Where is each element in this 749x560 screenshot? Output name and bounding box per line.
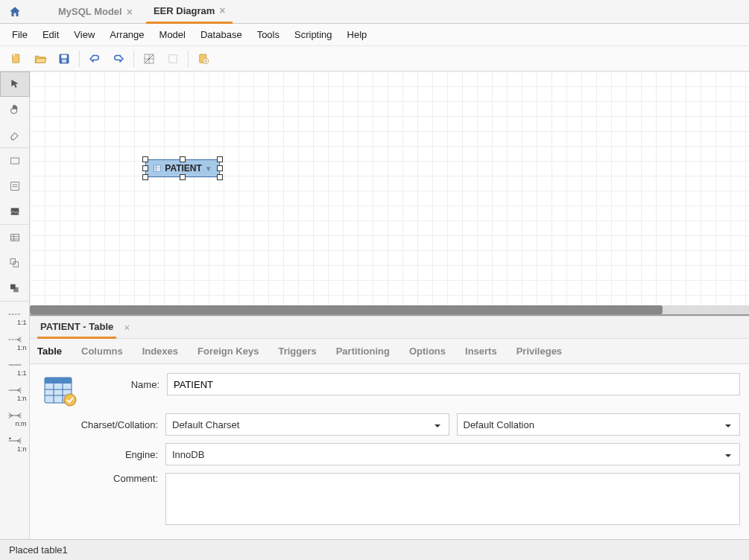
pointer-tool[interactable]: [0, 71, 30, 97]
comment-input[interactable]: [165, 473, 740, 525]
svg-rect-13: [10, 259, 16, 264]
resize-handle[interactable]: [142, 156, 148, 162]
svg-rect-20: [45, 378, 72, 384]
resize-handle[interactable]: [217, 156, 223, 162]
tab-options[interactable]: Options: [409, 346, 446, 357]
tab-privileges[interactable]: Privileges: [516, 346, 562, 357]
open-file-button[interactable]: [28, 48, 52, 70]
relationship-1-n-id-tool[interactable]: 1:n: [0, 378, 30, 403]
svg-rect-6: [169, 54, 177, 63]
tab-foreign-keys[interactable]: Foreign Keys: [197, 346, 259, 357]
align-button[interactable]: [161, 48, 185, 70]
menu-help[interactable]: Help: [341, 26, 373, 43]
menu-scripting[interactable]: Scripting: [288, 26, 338, 43]
tab-label: MySQL Model: [58, 6, 122, 17]
name-input[interactable]: [167, 373, 740, 395]
top-tab-bar: MySQL Model × EER Diagram ×: [0, 0, 749, 24]
close-icon[interactable]: ×: [124, 322, 130, 334]
svg-rect-12: [10, 234, 19, 241]
collation-select[interactable]: Default Collation: [457, 413, 741, 436]
hand-tool[interactable]: [0, 97, 30, 122]
view-tool[interactable]: [0, 250, 30, 276]
menu-model[interactable]: Model: [154, 26, 192, 43]
tab-eer-diagram[interactable]: EER Diagram ×: [146, 0, 233, 24]
menu-database[interactable]: Database: [195, 26, 248, 43]
save-button[interactable]: [52, 48, 76, 70]
tab-inserts[interactable]: Inserts: [465, 346, 497, 357]
table-large-icon: [42, 373, 78, 409]
relationship-1-n-nonid-tool[interactable]: 1:n: [0, 327, 30, 352]
resize-handle[interactable]: [217, 165, 223, 171]
eraser-tool[interactable]: [0, 122, 30, 147]
collapse-icon[interactable]: ▼: [205, 165, 212, 173]
table-editor-tabs: Table Columns Indexes Foreign Keys Trigg…: [30, 339, 749, 364]
tab-indexes[interactable]: Indexes: [142, 346, 178, 357]
table-editor-panel: PATIENT - Table × Table Columns Indexes …: [30, 316, 749, 539]
home-icon[interactable]: [6, 3, 24, 21]
engine-select[interactable]: InnoDB: [165, 443, 740, 465]
table-icon: [153, 164, 162, 173]
svg-point-17: [9, 437, 11, 439]
scrollbar-thumb[interactable]: [30, 305, 663, 314]
tab-table[interactable]: Table: [37, 346, 62, 357]
relationship-1-1-nonid-tool[interactable]: 1:1: [0, 302, 30, 327]
charset-select[interactable]: Default Charset: [165, 413, 449, 436]
menu-view[interactable]: View: [68, 26, 101, 43]
status-bar: Placed table1: [0, 539, 749, 560]
svg-rect-2: [61, 54, 67, 58]
layer-tool[interactable]: [0, 148, 30, 174]
svg-rect-0: [13, 54, 19, 63]
menu-tools[interactable]: Tools: [251, 26, 285, 43]
horizontal-scrollbar[interactable]: [30, 305, 749, 314]
table-tool[interactable]: [0, 225, 30, 250]
new-document-button[interactable]: [192, 48, 215, 70]
tool-palette: 1:1 1:n 1:1 1:n n:m 1:n: [0, 71, 30, 539]
note-tool[interactable]: [0, 174, 30, 199]
comment-label: Comment:: [39, 473, 158, 484]
resize-handle[interactable]: [217, 174, 223, 180]
relationship-existing-tool[interactable]: 1:n: [0, 428, 30, 454]
table-entity-patient[interactable]: PATIENT ▼: [145, 159, 220, 177]
diagram-canvas[interactable]: PATIENT ▼: [30, 71, 749, 316]
relationship-1-1-id-tool[interactable]: 1:1: [0, 352, 30, 378]
canvas-grid: [30, 71, 749, 314]
name-label: Name:: [85, 379, 159, 390]
relationship-n-m-tool[interactable]: n:m: [0, 403, 30, 428]
svg-rect-3: [62, 59, 66, 63]
resize-handle[interactable]: [180, 156, 186, 162]
engine-label: Engine:: [39, 449, 158, 460]
close-icon[interactable]: ×: [127, 6, 133, 18]
resize-handle[interactable]: [142, 165, 148, 171]
tab-label: EER Diagram: [154, 5, 215, 16]
svg-rect-9: [10, 158, 19, 164]
svg-rect-10: [10, 182, 19, 191]
entity-title: PATIENT: [165, 163, 202, 174]
svg-rect-14: [13, 262, 19, 267]
routine-tool[interactable]: [0, 276, 30, 301]
redo-button[interactable]: [107, 48, 130, 70]
menu-edit[interactable]: Edit: [37, 26, 65, 43]
chevron-down-icon: [724, 422, 732, 430]
menu-bar: File Edit View Arrange Model Database To…: [0, 24, 749, 46]
tab-columns[interactable]: Columns: [81, 346, 123, 357]
panel-tab-patient-table[interactable]: PATIENT - Table: [37, 316, 116, 339]
tab-partitioning[interactable]: Partitioning: [336, 346, 390, 357]
resize-handle[interactable]: [180, 174, 186, 180]
menu-file[interactable]: File: [6, 26, 34, 43]
status-text: Placed table1: [9, 544, 68, 556]
svg-point-21: [64, 394, 76, 406]
svg-rect-11: [10, 208, 19, 214]
toolbar: [0, 46, 749, 71]
new-file-button[interactable]: [4, 48, 28, 70]
undo-button[interactable]: [83, 48, 107, 70]
grid-toggle-button[interactable]: [137, 48, 161, 70]
tab-triggers[interactable]: Triggers: [278, 346, 316, 357]
chevron-down-icon: [724, 452, 732, 459]
resize-handle[interactable]: [142, 174, 148, 180]
tab-mysql-model[interactable]: MySQL Model ×: [51, 0, 140, 24]
menu-arrange[interactable]: Arrange: [104, 26, 150, 43]
charset-label: Charset/Collation:: [39, 419, 158, 430]
svg-rect-18: [154, 165, 161, 171]
image-tool[interactable]: [0, 199, 30, 224]
close-icon[interactable]: ×: [219, 4, 225, 16]
